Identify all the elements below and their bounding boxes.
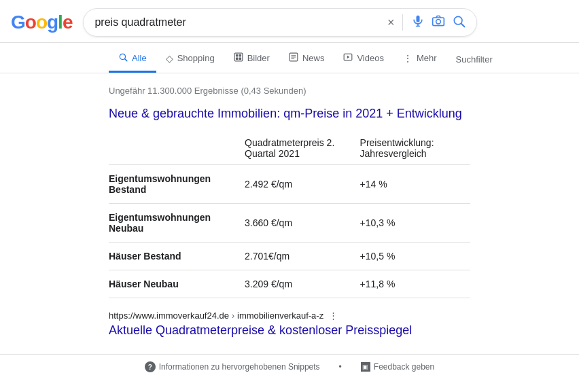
cell-price: 2.701€/qm [245, 243, 360, 270]
table-row: Eigentumswohnungen Neubau3.660 €/qm+10,3… [109, 204, 470, 243]
footer-info-label: Informationen zu hervorgehobenen Snippet… [159, 362, 320, 372]
svg-line-6 [461, 24, 465, 27]
svg-rect-13 [239, 58, 241, 60]
divider [402, 14, 403, 31]
tab-alle-label: Alle [132, 53, 147, 63]
source-menu-dots[interactable]: ⋮ [329, 310, 338, 321]
tab-videos-label: Videos [357, 53, 384, 63]
stats-text: Ungefähr 11.300.000 Ergebnisse (0,43 Sek… [109, 86, 306, 96]
svg-point-4 [436, 20, 441, 24]
source-breadcrumb: immobilienverkauf-a-z [237, 310, 323, 321]
result-link[interactable]: Aktuelle Quadratmeterpreise & kostenlose… [109, 323, 470, 338]
price-table: Quadratmeterpreis 2. Quartal 2021 Preise… [109, 132, 470, 298]
table-row: Häuser Bestand2.701€/qm+10,5 % [109, 243, 470, 270]
nav-tabs: Alle ◇ Shopping Bilder News [0, 43, 579, 73]
featured-snippet-title[interactable]: Neue & gebrauchte Immobilien: qm-Preise … [109, 107, 470, 121]
tab-bilder-label: Bilder [247, 53, 270, 63]
svg-rect-10 [236, 54, 239, 57]
cell-category: Häuser Bestand [109, 243, 245, 270]
cell-category: Häuser Neubau [109, 270, 245, 298]
source-url-line: https://www.immoverkauf24.de › immobilie… [109, 310, 470, 321]
cell-category: Eigentumswohnungen Neubau [109, 204, 245, 243]
search-bar: × [83, 8, 477, 37]
table-row: Häuser Neubau3.209 €/qm+11,8 % [109, 270, 470, 298]
cell-price: 3.209 €/qm [245, 270, 360, 298]
cell-change: +14 % [360, 165, 470, 204]
bilder-icon [234, 52, 243, 64]
svg-rect-11 [239, 54, 241, 57]
clear-icon[interactable]: × [387, 16, 395, 30]
videos-icon [343, 52, 353, 64]
tab-mehr-label: Mehr [417, 53, 437, 63]
footer-snippets-info[interactable]: ? Informationen zu hervorgehobenen Snipp… [145, 361, 320, 372]
search-action-icons [411, 14, 466, 31]
cell-category: Eigentumswohnungen Bestand [109, 165, 245, 204]
svg-marker-19 [347, 56, 349, 59]
col-header-category [109, 132, 245, 165]
tab-mehr[interactable]: ⋮ Mehr [393, 46, 446, 73]
result-stats: Ungefähr 11.300.000 Ergebnisse (0,43 Sek… [109, 79, 470, 107]
cell-price: 2.492 €/qm [245, 165, 360, 204]
content: Ungefähr 11.300.000 Ergebnisse (0,43 Sek… [0, 73, 579, 354]
tab-alle[interactable]: Alle [109, 46, 156, 73]
tab-bilder[interactable]: Bilder [224, 46, 279, 73]
tab-news-label: News [302, 53, 325, 63]
source-domain: https://www.immoverkauf24.de [109, 310, 229, 321]
shopping-icon: ◇ [166, 53, 173, 64]
svg-rect-12 [236, 58, 239, 60]
col-header-change: Preisentwicklung: Jahresvergleich [360, 132, 470, 165]
news-icon [289, 52, 298, 64]
tab-videos[interactable]: Videos [334, 46, 393, 73]
alle-icon [118, 52, 128, 64]
breadcrumb-separator: › [232, 311, 234, 321]
footer-feedback[interactable]: ▣ Feedback geben [361, 362, 434, 372]
tab-news[interactable]: News [279, 46, 334, 73]
google-logo: Google [11, 12, 72, 33]
cell-price: 3.660 €/qm [245, 204, 360, 243]
tab-shopping-label: Shopping [177, 53, 215, 63]
header: Google × [0, 0, 579, 43]
svg-line-8 [125, 59, 127, 61]
suchfilter-label: Suchfilter [456, 54, 493, 65]
footer-feedback-label: Feedback geben [374, 362, 434, 372]
feedback-icon: ▣ [361, 362, 370, 372]
col-header-price: Quadratmeterpreis 2. Quartal 2021 [245, 132, 360, 165]
table-row: Eigentumswohnungen Bestand2.492 €/qm+14 … [109, 165, 470, 204]
mic-icon[interactable] [411, 14, 425, 31]
cell-change: +10,5 % [360, 243, 470, 270]
cell-change: +10,3 % [360, 204, 470, 243]
search-input[interactable] [94, 16, 387, 29]
cell-change: +11,8 % [360, 270, 470, 298]
svg-rect-0 [417, 16, 420, 22]
mehr-icon: ⋮ [403, 53, 413, 64]
camera-icon[interactable] [432, 14, 445, 31]
footer: ? Informationen zu hervorgehobenen Snipp… [0, 354, 579, 379]
svg-rect-9 [234, 53, 243, 61]
info-icon: ? [145, 361, 156, 372]
search-button-icon[interactable] [452, 14, 466, 31]
footer-separator: • [339, 362, 342, 372]
tab-shopping[interactable]: ◇ Shopping [156, 46, 224, 73]
suchfilter-button[interactable]: Suchfilter [446, 48, 502, 71]
